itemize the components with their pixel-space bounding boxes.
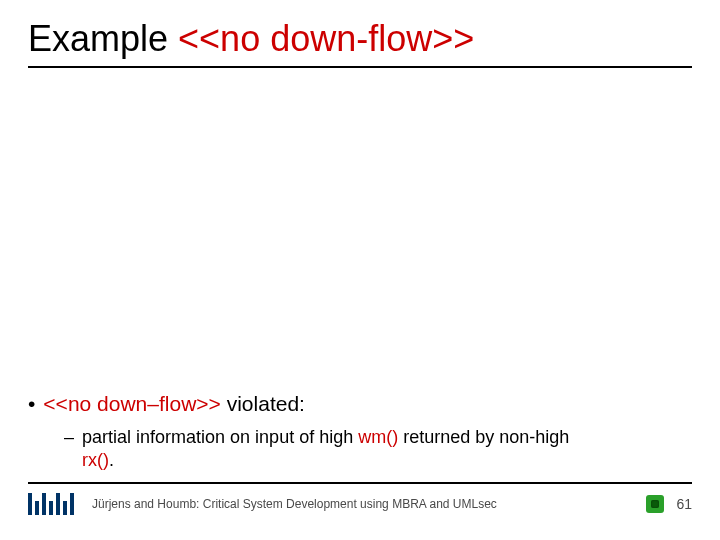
bullet-item: • <<no down–flow>> violated: [28, 392, 692, 416]
slide: Example <<no down-flow>> • <<no down–flo… [0, 0, 720, 540]
sub-bullet-marker: – [64, 426, 74, 449]
sub-bullet-item: – partial information on input of high w… [64, 426, 692, 473]
sub-text-period: . [109, 450, 114, 470]
footer-text: Jürjens and Houmb: Critical System Devel… [92, 497, 497, 511]
title-stereotype: <<no down-flow>> [178, 18, 474, 60]
footer-divider [28, 482, 692, 484]
footer: Jürjens and Houmb: Critical System Devel… [0, 482, 720, 518]
stop-icon[interactable] [646, 495, 664, 513]
sub-text-wm: wm() [358, 427, 398, 447]
sub-text-rx: rx() [82, 450, 109, 470]
bullet-violated: violated: [227, 392, 305, 415]
bullet-marker: • [28, 393, 35, 414]
tum-logo-icon [28, 493, 74, 515]
sub-text-part2: returned by non-high [403, 427, 569, 447]
bullet-text: <<no down–flow>> violated: [43, 392, 305, 416]
footer-row: Jürjens and Houmb: Critical System Devel… [28, 490, 692, 518]
title-divider [28, 66, 692, 68]
bullet-stereotype: <<no down–flow>> [43, 392, 220, 415]
title-word-example: Example [28, 18, 168, 60]
slide-title: Example <<no down-flow>> [28, 18, 692, 60]
sub-text-part1: partial information on input of high [82, 427, 353, 447]
sub-bullet-text: partial information on input of high wm(… [82, 426, 569, 473]
footer-right: 61 [646, 495, 692, 513]
content-area: • <<no down–flow>> violated: – partial i… [28, 392, 692, 473]
footer-left: Jürjens and Houmb: Critical System Devel… [28, 493, 497, 515]
page-number: 61 [676, 496, 692, 512]
